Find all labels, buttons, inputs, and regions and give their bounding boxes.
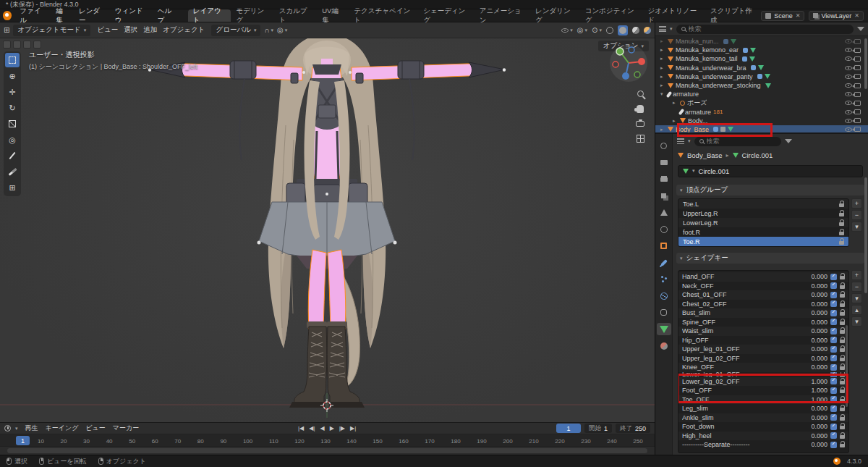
outliner-row[interactable]: ▸ Manuka_kemono_tail: [655, 54, 868, 63]
properties-search-input[interactable]: [707, 138, 776, 145]
hide-viewport-icon[interactable]: [845, 75, 852, 79]
ortho-grid-icon[interactable]: [637, 135, 644, 143]
expand-arrow-icon[interactable]: ▸: [660, 47, 665, 53]
shading-rendered-icon[interactable]: [644, 27, 651, 34]
workspace-tab[interactable]: ジオメトリノード: [642, 9, 705, 22]
shape-key-row[interactable]: Hand_OFF 0.000: [678, 272, 848, 282]
outliner-row[interactable]: armature 181: [655, 108, 868, 117]
lock-icon[interactable]: [840, 417, 845, 421]
disable-render-icon[interactable]: [854, 74, 861, 79]
shape-key-row[interactable]: Spine_OFF 0.000: [678, 318, 848, 327]
lock-icon[interactable]: [840, 303, 845, 307]
expand-arrow-icon[interactable]: ▸: [673, 118, 678, 124]
outliner-search[interactable]: [676, 25, 854, 34]
properties-search[interactable]: [694, 137, 781, 146]
disable-render-icon[interactable]: [854, 118, 861, 123]
move-shape-key-up-button[interactable]: ▴: [851, 305, 862, 315]
shape-key-row[interactable]: Lower_leg_02_OFF 1.000: [678, 377, 848, 387]
shading-material-icon[interactable]: [632, 27, 639, 34]
orientation-dropdown[interactable]: グローバル ▾: [211, 25, 260, 36]
expand-arrow-icon[interactable]: ▸: [660, 56, 665, 62]
playback-button[interactable]: ◀: [318, 425, 326, 432]
expand-arrow-icon[interactable]: ▸: [660, 38, 665, 44]
remove-shape-key-button[interactable]: −: [851, 282, 862, 292]
tool-rotate[interactable]: ↻: [5, 101, 20, 115]
shape-key-row[interactable]: Bust_slim 0.000: [678, 308, 848, 318]
tab-view-layer[interactable]: [657, 190, 671, 202]
hide-viewport-icon[interactable]: [845, 48, 852, 52]
lock-icon[interactable]: [840, 435, 845, 439]
hide-viewport-icon[interactable]: [845, 119, 852, 123]
vertex-group-specials-button[interactable]: ▾: [851, 222, 862, 232]
shape-key-specials-button[interactable]: ▾: [851, 293, 862, 303]
shape-key-enabled-checkbox[interactable]: [830, 274, 837, 280]
shading-wireframe-icon[interactable]: [606, 27, 613, 34]
hide-viewport-icon[interactable]: [845, 56, 852, 61]
lock-icon[interactable]: [840, 381, 845, 384]
disable-render-icon[interactable]: [854, 39, 861, 44]
tab-render[interactable]: [657, 156, 671, 169]
remove-vertex-group-button[interactable]: −: [851, 210, 862, 220]
topbar-menu-item[interactable]: レンダー: [74, 9, 110, 22]
shape-key-enabled-checkbox[interactable]: [830, 300, 837, 307]
lock-icon[interactable]: [840, 276, 845, 279]
outliner-row[interactable]: ▾ armature: [655, 90, 868, 98]
disable-render-icon[interactable]: [854, 109, 861, 114]
playhead[interactable]: 1: [16, 436, 30, 445]
hide-viewport-icon[interactable]: [845, 66, 852, 70]
shape-key-value[interactable]: 0.000: [797, 300, 827, 308]
outliner-editor-icon[interactable]: [659, 26, 666, 32]
filter-icon[interactable]: [857, 27, 864, 31]
outliner-row[interactable]: ▸ Manuka_underwear_panty: [655, 72, 868, 81]
shape-key-enabled-checkbox[interactable]: [830, 442, 837, 448]
zoom-icon[interactable]: [637, 91, 644, 97]
filter-icon[interactable]: [785, 139, 792, 143]
playback-button[interactable]: ▶: [328, 425, 336, 432]
shape-key-row[interactable]: Chest_02_OFF 0.000: [678, 300, 848, 309]
shape-key-enabled-checkbox[interactable]: [830, 378, 837, 384]
topbar-menu-item[interactable]: ウィンドウ: [110, 9, 153, 22]
lock-icon[interactable]: [840, 348, 845, 352]
properties-scrollbar[interactable]: [864, 177, 867, 293]
viewport-canvas[interactable]: オプション ▾ ユーザー・透視投影 (1) シーンコレクション | Body_B…: [0, 38, 655, 422]
playback-button[interactable]: ◀|: [307, 425, 316, 432]
shape-key-enabled-checkbox[interactable]: [830, 432, 837, 439]
shape-key-row[interactable]: Upper_leg_01_OFF 0.000: [678, 345, 848, 354]
shape-key-row[interactable]: Ankle_slim 0.000: [678, 413, 848, 423]
expand-arrow-icon[interactable]: ▸: [660, 65, 665, 71]
shape-keys-scrollbar[interactable]: [846, 325, 848, 407]
tool-transform[interactable]: ◎: [5, 132, 20, 147]
shape-key-value[interactable]: 1.000: [797, 378, 827, 385]
shape-key-enabled-checkbox[interactable]: [830, 414, 837, 421]
move-shape-key-down-button[interactable]: ▾: [851, 316, 862, 327]
shape-key-value[interactable]: 0.000: [797, 363, 827, 371]
snap-magnet-icon[interactable]: ∩▾: [264, 26, 273, 34]
shape-key-row[interactable]: Toe_OFF 1.000: [678, 395, 848, 405]
shape-key-row[interactable]: Waist_slim 0.000: [678, 327, 848, 336]
outliner-scrollbar[interactable]: [864, 38, 867, 89]
disable-render-icon[interactable]: [854, 48, 861, 53]
shape-key-value[interactable]: 0.000: [797, 441, 827, 448]
playback-button[interactable]: ▶|: [349, 425, 357, 432]
lock-icon[interactable]: [840, 358, 845, 361]
workspace-tab[interactable]: シェーディング: [418, 9, 474, 22]
shape-key-value[interactable]: 0.000: [797, 273, 827, 280]
navigation-gizmo[interactable]: [608, 43, 649, 83]
scene-unlink-icon[interactable]: ✕: [796, 12, 801, 19]
mode-dropdown[interactable]: オブジェクトモード ▾: [13, 25, 90, 36]
workspace-tab[interactable]: レンダリング: [530, 9, 580, 22]
workspace-tab[interactable]: スカルプト: [274, 9, 317, 22]
shape-key-value[interactable]: 0.000: [797, 405, 827, 412]
topbar-menu-item[interactable]: 編集: [51, 9, 74, 22]
lock-icon[interactable]: [840, 312, 845, 316]
character-model[interactable]: [0, 38, 655, 422]
tool-measure[interactable]: [5, 164, 20, 179]
outliner-row[interactable]: ▸ Body_Base: [655, 125, 868, 132]
tool-select-box[interactable]: [5, 53, 20, 67]
shape-key-row[interactable]: Hip_OFF 0.000: [678, 336, 848, 345]
tab-scene[interactable]: [657, 206, 671, 219]
workspace-tab[interactable]: モデリング: [231, 9, 273, 22]
playback-button[interactable]: |▶: [338, 425, 346, 432]
tool-add-cube[interactable]: ⊞: [5, 180, 20, 195]
viewport-menu-item[interactable]: オブジェクト: [160, 25, 208, 35]
